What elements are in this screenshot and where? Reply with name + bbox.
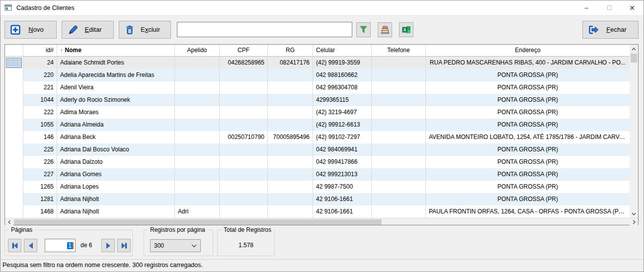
grid-cell-endereco: PAULA FRONTIN ORFAS, 1264, CASA - ORFAS … <box>426 205 630 218</box>
grid-header-apelido[interactable]: Apelido <box>175 45 220 56</box>
table-row[interactable]: 1265Adriana Lopes42 9987-7500PONTA GROSS… <box>5 181 630 193</box>
grid-cell-telefone <box>372 106 426 119</box>
records-per-page-select[interactable]: 300 <box>150 239 201 252</box>
table-row[interactable]: 146Adriana Beck0025071079070005895496(42… <box>5 131 630 143</box>
grid-cell-telefone <box>372 156 426 168</box>
table-row[interactable]: 1044Aderly do Rocio Szimonek4299365115PO… <box>5 94 630 106</box>
table-row[interactable]: 1281Adriana Nijholt42 9106-1661PONTA GRO… <box>5 193 630 205</box>
grid-cell-telefone <box>372 181 426 193</box>
grid-header-cpf[interactable]: CPF <box>220 45 268 56</box>
grid-cell-nome: Adriana Nijholt <box>57 205 175 218</box>
first-page-button[interactable] <box>8 239 21 252</box>
grid-header-celular[interactable]: Celular <box>313 45 372 56</box>
grid-body: 24Adaiane Schmidt Portes0426825896508241… <box>5 57 630 218</box>
grid-header-telefone[interactable]: Telefone <box>372 45 426 56</box>
registros-por-pagina-groupbox: Registros por página 300 <box>144 230 213 256</box>
grid-cell-celular: (42) 99102-7297 <box>313 131 372 143</box>
app-window: Cadastro de Clientes – ✕ Novo <box>0 0 644 272</box>
excel-button[interactable]: X <box>399 22 413 37</box>
grid-cell-nome: Adriana Nijholt <box>57 193 175 205</box>
previous-page-button[interactable] <box>24 239 37 252</box>
fechar-button[interactable]: Fechar <box>582 21 639 39</box>
grid-cell-id: 1281 <box>23 193 57 205</box>
grid-header-nome[interactable]: ↑Nome <box>57 45 175 56</box>
next-page-button[interactable] <box>101 239 115 252</box>
grid-header-rg[interactable]: RG <box>268 45 313 56</box>
grid-cell-rg <box>268 193 313 205</box>
grid-cell-apelido <box>175 94 220 106</box>
grid-cell-endereco: PONTA GROSSA (PR) <box>426 193 630 205</box>
grid-cell-id: 1055 <box>23 119 57 131</box>
grid-cell-telefone <box>372 119 426 131</box>
grid-cell-telefone <box>372 205 426 218</box>
grid-cell-telefone <box>372 94 426 106</box>
grid-cell-nome: Adriana Dal Bosco Volaco <box>57 143 175 156</box>
table-row[interactable]: 227Adriana Gomes042 999213013PONTA GROSS… <box>5 168 630 181</box>
grid-header-id[interactable]: id# <box>23 45 57 56</box>
grid-cell-cpf <box>220 156 268 168</box>
search-input[interactable] <box>177 22 352 37</box>
birthday-button[interactable] <box>378 22 392 37</box>
horizontal-scroll-thumb[interactable] <box>14 219 382 225</box>
table-row[interactable]: 24Adaiane Schmidt Portes0426825896508241… <box>5 57 630 69</box>
editar-button[interactable]: Editar <box>62 21 114 39</box>
filter-button[interactable] <box>356 22 371 37</box>
grid-cell-endereco: PONTA GROSSA (PR) <box>426 94 630 106</box>
grid-cell-cpf <box>220 119 268 131</box>
table-row[interactable]: 225Adriana Dal Bosco Volaco042 984069941… <box>5 143 630 156</box>
grid-cell-indicator <box>5 69 23 81</box>
page-number-input[interactable]: 1 <box>45 239 76 252</box>
page-count-label: de 6 <box>80 242 92 249</box>
grid-cell-indicator <box>5 94 23 106</box>
vertical-scroll-thumb[interactable] <box>631 54 637 63</box>
grid-header-endereco[interactable]: Endereço <box>426 45 630 56</box>
grid-cell-celular: 42 9987-7500 <box>313 181 372 193</box>
table-row[interactable]: 1055Adriana Almeida(42) 99912-6613PONTA … <box>5 119 630 131</box>
scroll-up-icon[interactable] <box>630 45 638 53</box>
grid-cell-apelido <box>175 69 220 81</box>
grid-cell-celular: 042 988160662 <box>313 69 372 81</box>
grid-cell-rg <box>268 168 313 181</box>
last-page-button[interactable] <box>117 239 131 252</box>
grid-cell-cpf: 00250710790 <box>220 131 268 143</box>
chevron-down-icon <box>191 244 197 248</box>
table-row[interactable]: 1468Adriana NijholtAdri42 9106-1661PAULA… <box>5 205 630 218</box>
vertical-scrollbar[interactable] <box>630 45 638 218</box>
grid-cell-nome: Adaiane Schmidt Portes <box>57 57 175 69</box>
records-per-page-value: 300 <box>154 242 164 249</box>
grid-cell-id: 226 <box>23 156 57 168</box>
grid-cell-apelido <box>175 156 220 168</box>
window-title: Cadastro de Clientes <box>16 4 75 11</box>
grid-table: id#↑NomeApelidoCPFRGCelularTelefoneEnder… <box>5 45 630 218</box>
scroll-down-icon[interactable] <box>630 209 638 218</box>
grid-cell-telefone <box>372 57 426 69</box>
novo-button[interactable]: Novo <box>4 21 57 39</box>
grid-cell-apelido <box>175 131 220 143</box>
grid-cell-indicator <box>5 119 23 131</box>
grid-cell-nome: Adriana Gomes <box>57 168 175 181</box>
excel-export-icon: X <box>402 25 411 35</box>
grid-cell-telefone <box>372 143 426 156</box>
scroll-left-icon[interactable] <box>5 218 13 226</box>
title-bar: Cadastro de Clientes – ✕ <box>0 0 644 15</box>
grid-cell-cpf <box>220 81 268 94</box>
table-row[interactable]: 226Adriana Dalzoto042 999417866PONTA GRO… <box>5 156 630 168</box>
grid-cell-indicator <box>5 205 23 218</box>
scroll-right-icon[interactable] <box>630 218 638 226</box>
table-row[interactable]: 222Adima Moraes(42) 3219-4697PONTA GROSS… <box>5 106 630 119</box>
table-row[interactable]: 221Adenil Vieira042 996304708PONTA GROSS… <box>5 81 630 94</box>
minimize-button[interactable]: – <box>575 0 598 15</box>
horizontal-scrollbar[interactable] <box>5 218 638 225</box>
filter-icon <box>359 25 368 34</box>
grid-cell-cpf <box>220 69 268 81</box>
exit-icon <box>588 24 600 35</box>
grid-cell-apelido <box>175 119 220 131</box>
grid-cell-celular: 042 999213013 <box>313 168 372 181</box>
table-row[interactable]: 220Adelia Aparecida Martins de Freitas04… <box>5 69 630 81</box>
excluir-button[interactable]: Excluir <box>119 21 171 39</box>
close-button[interactable]: ✕ <box>621 0 644 15</box>
grid-cell-endereco: PONTA GROSSA (PR) <box>426 156 630 168</box>
first-page-icon <box>11 242 19 250</box>
paginas-groupbox: Páginas 1 de 6 <box>4 230 133 256</box>
grid-cell-cpf: 04268258965 <box>220 57 268 69</box>
